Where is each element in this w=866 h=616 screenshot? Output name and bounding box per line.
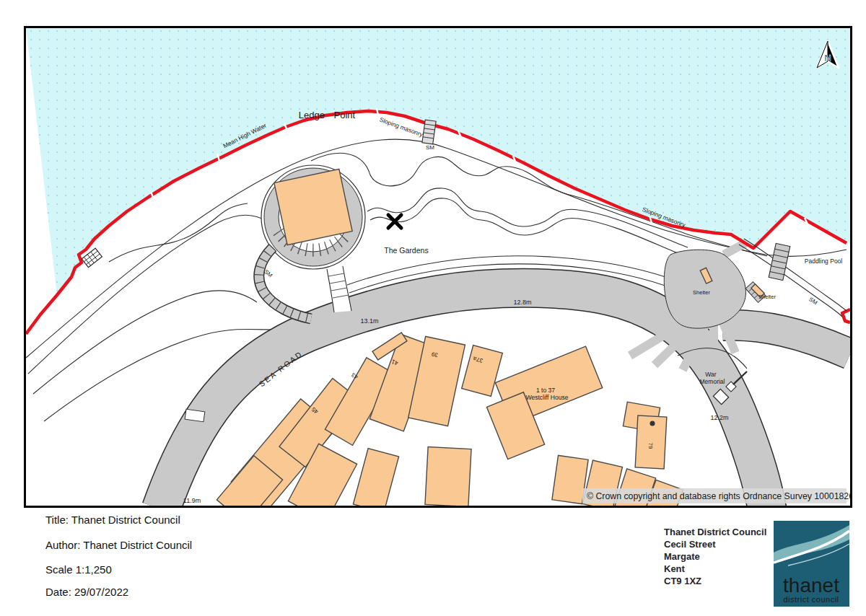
label-ledge-point: Ledge Point <box>299 110 356 120</box>
svg-text:N: N <box>824 53 831 63</box>
map-author-line: Author: Thanet District Council <box>45 539 192 551</box>
label-war-memorial: Memorial <box>700 378 725 385</box>
map-scale-line: Scale 1:1,250 <box>45 563 112 576</box>
label-westcliff: 1 to 37 <box>536 387 555 394</box>
label-shelter: Shelter <box>758 294 776 300</box>
address-line: Cecil Street <box>664 538 766 550</box>
thanet-logo: thanet district council <box>774 521 849 607</box>
map-canvas: Ledge Point Mean High Water Sloping maso… <box>24 26 852 508</box>
address-line: Margate <box>664 550 766 563</box>
copyright-text: © Crown copyright and database rights Or… <box>587 491 850 501</box>
map-svg: Ledge Point Mean High Water Sloping maso… <box>26 28 850 506</box>
map-title-line: Title: Thanet District Council <box>45 514 180 526</box>
label-sm: SM <box>426 144 434 151</box>
label-shelter: Shelter <box>693 289 710 296</box>
address-line: CT9 1XZ <box>664 575 766 587</box>
label-war-memorial: War <box>705 371 716 378</box>
hut-outline <box>185 409 205 421</box>
address-line: Kent <box>664 563 766 575</box>
logo-wordmark: thanet <box>783 574 839 597</box>
bandstand-circle <box>261 165 365 269</box>
logo-subtitle: district council <box>783 595 839 604</box>
copyright-strip: © Crown copyright and database rights Or… <box>582 488 850 503</box>
label-height: 12.2m <box>710 414 728 421</box>
label-height: 11.9m <box>183 497 201 504</box>
svg-text:79: 79 <box>647 443 654 449</box>
label-height: 12.8m <box>513 299 531 306</box>
map-date-line: Date: 29/07/2022 <box>45 586 128 598</box>
building-bandstand <box>274 169 352 245</box>
label-paddling-pool: Paddling Pool <box>805 258 843 265</box>
council-address: Thanet District Council Cecil Street Mar… <box>664 526 766 587</box>
address-line: Thanet District Council <box>664 526 766 538</box>
label-height: 13.1m <box>360 317 378 325</box>
label-the-gardens: The Gardens <box>384 246 428 255</box>
label-westcliff: Westcliff House <box>526 394 569 401</box>
